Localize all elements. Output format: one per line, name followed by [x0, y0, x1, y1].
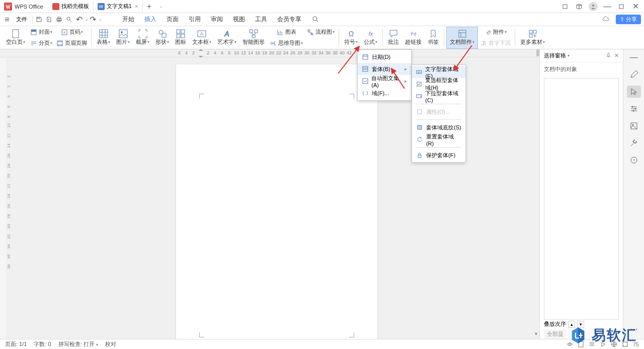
icon-button[interactable]: 图标 [172, 27, 189, 49]
symbol-button[interactable]: Ω符号▾ [341, 27, 361, 49]
help-icon[interactable]: ? [627, 154, 641, 166]
view-page-icon[interactable] [578, 341, 585, 348]
web-icon[interactable] [611, 341, 618, 348]
pin-icon[interactable] [606, 52, 611, 59]
move-up-button[interactable]: ▴ [568, 321, 575, 328]
collapse-icon[interactable]: — [627, 51, 641, 63]
menu-item-autotext[interactable]: 自动图文集(A)▸ [358, 75, 411, 87]
chart-button[interactable]: 图表 [268, 27, 305, 37]
textbox-button[interactable]: A文本框▾ [189, 27, 214, 49]
svg-rect-23 [177, 34, 180, 38]
comment-button[interactable]: 批注 [385, 27, 402, 49]
menu-item-protect[interactable]: 保护套体(F) [412, 149, 465, 161]
spellcheck-status[interactable]: 拼写检查: 打开 ▾ [58, 340, 98, 348]
menu-tools[interactable]: 工具 [250, 13, 272, 26]
add-tab-button[interactable]: + [143, 2, 155, 11]
wrench-icon[interactable] [627, 137, 641, 149]
menu-page[interactable]: 页面 [162, 13, 184, 26]
smartart-button[interactable]: 智能图形 [239, 27, 268, 49]
show-all-button[interactable]: 全部显 [544, 329, 567, 339]
redo-dropdown[interactable]: ⌄ [99, 17, 102, 22]
tab-document[interactable]: W 文字文稿1 × [94, 1, 143, 12]
menu-item-reset[interactable]: 重置套体域(R) [412, 133, 465, 146]
eye-icon[interactable] [567, 341, 574, 348]
pagenum-button[interactable]: #页码▾ [54, 27, 89, 37]
save-icon[interactable] [35, 16, 43, 24]
close-window-icon[interactable]: ✕ [631, 2, 640, 11]
picture-button[interactable]: 图片▾ [113, 27, 133, 49]
dropdown-form-icon [416, 93, 422, 100]
hamburger-icon[interactable]: ≡ [3, 16, 11, 24]
menu-start[interactable]: 开始 [117, 13, 139, 26]
document-page[interactable] [176, 64, 377, 339]
proof-status[interactable]: 校对 [105, 340, 116, 348]
headerfooter-button[interactable]: 页眉页脚 [54, 38, 89, 48]
pencil-icon[interactable] [627, 68, 641, 81]
minimize-icon[interactable]: — [603, 2, 612, 11]
table-button[interactable]: 表格▾ [94, 27, 113, 49]
menu-view[interactable]: 视图 [228, 13, 250, 26]
menu-insert[interactable]: 插入 [139, 13, 162, 26]
lock-icon [416, 152, 423, 159]
undo-icon[interactable]: ↶ [75, 16, 83, 24]
file-menu[interactable]: 文件 [13, 14, 30, 25]
more-material-button[interactable]: 更多素材▾ [517, 27, 548, 49]
cover-button[interactable]: 封面▾ [28, 27, 54, 37]
menu-review[interactable]: 审阅 [206, 13, 228, 26]
menu-member[interactable]: 会员专享 [272, 13, 306, 26]
menu-item-shading[interactable]: 套体域底纹(S) [412, 121, 465, 133]
mindmap-button[interactable]: 思维导图▾ [268, 38, 305, 48]
page-info[interactable]: 页面: 1/1 [5, 340, 27, 348]
settings-slider-icon[interactable] [627, 103, 641, 115]
attachment-button[interactable]: 附件▾ [478, 27, 513, 37]
close-tab-icon[interactable]: × [135, 3, 138, 10]
zoom-value[interactable]: 75 [633, 341, 639, 347]
separator [32, 16, 33, 24]
menu-reference[interactable]: 引用 [184, 13, 206, 26]
hyperlink-button[interactable]: 超链接 [402, 27, 425, 49]
tab-templates[interactable]: 找稻壳模板 [48, 1, 94, 12]
document-area: 2246 8101214 16182022 24262830 32343638 [6, 57, 623, 339]
shape-button[interactable]: 形状▾ [152, 27, 172, 49]
selection-arrow-icon[interactable] [627, 86, 641, 98]
image-tool-icon[interactable] [627, 120, 641, 132]
undo-dropdown[interactable]: ⌄ [85, 17, 89, 22]
window-restore-icon[interactable] [560, 2, 570, 11]
menu-item-checkbox-form[interactable]: 复选框型套体域(H) [412, 78, 465, 90]
equation-button[interactable]: fx公式▾ [361, 27, 380, 49]
menu-item-form[interactable]: 套体(B)▸ [358, 63, 411, 75]
bookmark-button[interactable]: 书签 [425, 27, 442, 49]
flowchart-button[interactable]: 流程图▾ [305, 27, 337, 37]
form-icon [362, 65, 369, 73]
cloud-icon[interactable] [602, 16, 610, 24]
search-icon[interactable] [311, 16, 319, 24]
wordart-button[interactable]: A艺术字▾ [214, 27, 239, 49]
close-pane-icon[interactable]: ✕ [614, 52, 619, 59]
tab-menu-dropdown[interactable]: ⌄ [155, 4, 167, 9]
preview-icon[interactable] [65, 16, 73, 24]
view-outline-icon[interactable] [589, 341, 596, 348]
menu-item-date[interactable]: 日期(D) [358, 51, 411, 63]
cube-icon[interactable] [575, 2, 584, 11]
menu-item-field[interactable]: 域(F)... [358, 87, 411, 99]
more-dots-icon[interactable]: ⋯ [627, 323, 641, 335]
screenshot-button[interactable]: 截屏▾ [133, 27, 152, 49]
print-icon[interactable] [55, 16, 63, 24]
play-icon[interactable] [600, 341, 607, 348]
share-button[interactable]: ⇪分享 [616, 15, 641, 24]
move-down-button[interactable]: ▾ [577, 321, 584, 328]
chevron-down-icon[interactable]: ▾ [568, 53, 570, 58]
maximize-icon[interactable] [617, 2, 626, 11]
menu-item-dropdown-form[interactable]: 下拉型套体域(C) [412, 90, 465, 102]
svg-point-19 [159, 30, 163, 34]
scroll-down-icon[interactable]: ▾ [532, 330, 539, 337]
avatar-icon[interactable] [589, 2, 598, 11]
word-count[interactable]: 字数: 0 [34, 340, 51, 348]
redo-icon[interactable]: ↷ [89, 16, 97, 24]
export-icon[interactable] [45, 16, 53, 24]
section-button[interactable]: 分页▾ [28, 38, 54, 48]
blank-page-button[interactable]: 空白页▾ [3, 27, 28, 49]
label: 附件 [493, 28, 504, 36]
quickparts-button[interactable]: 文档部件▾ [446, 27, 478, 49]
fit-icon[interactable] [622, 341, 629, 348]
